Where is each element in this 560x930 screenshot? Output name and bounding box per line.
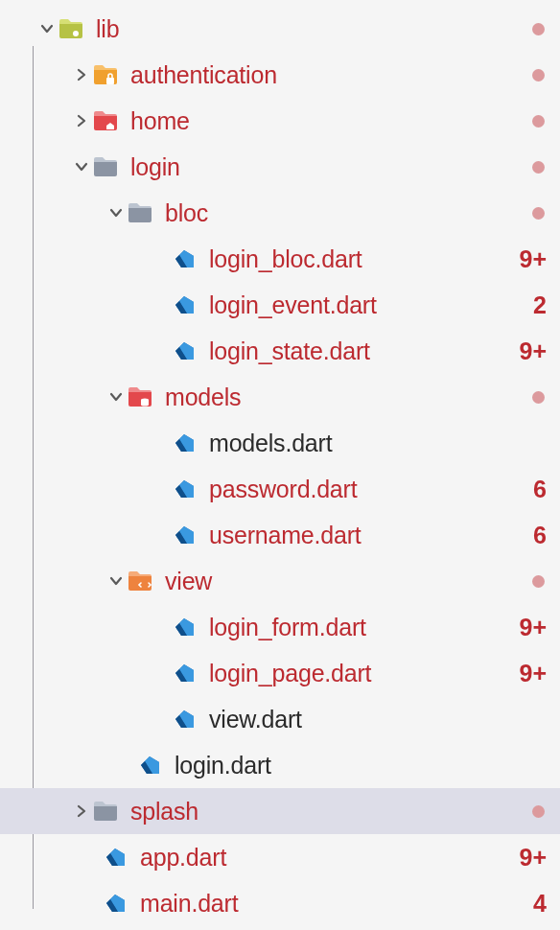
dart-file-icon [171,614,198,640]
tree-row[interactable]: app.dart9+ [0,834,560,880]
file-name: main.dart [140,890,238,918]
folder-icon [92,61,119,88]
tree-row[interactable]: lib [0,6,560,52]
dart-file-icon [171,476,198,502]
file-name: login [130,153,180,181]
tree-row[interactable]: view [0,558,560,604]
folder-icon [92,107,119,134]
file-name: login_page.dart [209,660,371,687]
tree-row[interactable]: login_page.dart9+ [0,650,560,696]
tree-row[interactable]: splash [0,788,560,834]
change-count-badge: 9+ [518,245,547,273]
tree-row[interactable]: home [0,98,560,144]
chevron-right-icon[interactable] [71,67,92,82]
modified-dot-icon [532,23,545,35]
file-name: login_event.dart [209,291,377,319]
chevron-down-icon[interactable] [36,21,58,36]
folder-icon [58,15,84,42]
file-name: home [130,107,190,135]
tree-row[interactable]: bloc [0,190,560,236]
file-name: login_form.dart [209,614,366,641]
tree-row[interactable]: models.dart [0,420,560,466]
tree-row[interactable]: view.dart [0,696,560,742]
folder-icon [127,199,153,226]
modified-dot-icon [532,805,545,818]
modified-dot-icon [532,391,545,404]
modified-dot-icon [532,69,545,81]
file-name: authentication [130,61,277,89]
tree-row[interactable]: username.dart6 [0,512,560,558]
change-count-badge: 9+ [518,337,547,365]
tree-row[interactable]: login_bloc.dart9+ [0,236,560,282]
dart-file-icon [171,245,198,272]
change-count-badge: 9+ [518,844,547,872]
change-count-badge: 4 [518,890,547,918]
folder-icon [127,384,153,410]
file-name: app.dart [140,844,226,872]
change-count-badge: 6 [518,522,547,549]
file-name: username.dart [209,522,362,549]
tree-row[interactable]: login_event.dart2 [0,282,560,328]
dart-file-icon [171,522,198,548]
change-count-badge: 2 [518,291,547,319]
file-name: splash [130,798,198,825]
tree-row[interactable]: authentication [0,52,560,98]
file-name: bloc [165,199,208,227]
dart-file-icon [171,660,198,686]
folder-icon [127,568,153,594]
file-name: password.dart [209,476,357,503]
tree-row[interactable]: login_state.dart9+ [0,328,560,374]
file-name: lib [96,15,119,43]
change-count-badge: 9+ [518,660,547,687]
file-name: models [165,384,241,411]
file-tree: lib authentication home login bloc login… [0,0,560,926]
file-name: models.dart [209,430,332,457]
change-count-badge: 6 [518,476,547,503]
chevron-down-icon[interactable] [105,573,127,589]
dart-file-icon [102,844,128,871]
modified-dot-icon [532,575,545,588]
tree-row[interactable]: login.dart [0,742,560,788]
file-name: view [165,568,212,595]
folder-icon [92,798,119,825]
dart-file-icon [102,890,128,917]
chevron-down-icon[interactable] [71,159,92,174]
tree-row[interactable]: models [0,374,560,420]
chevron-right-icon[interactable] [71,113,92,128]
file-name: login_bloc.dart [209,245,362,273]
file-name: login_state.dart [209,337,370,365]
dart-file-icon [171,706,198,732]
file-name: login.dart [175,752,271,779]
chevron-down-icon[interactable] [105,389,127,405]
tree-row[interactable]: login [0,144,560,190]
chevron-down-icon[interactable] [105,205,127,221]
svg-rect-1 [106,78,114,84]
change-count-badge: 9+ [518,614,547,641]
tree-row[interactable]: password.dart6 [0,466,560,512]
modified-dot-icon [532,207,545,220]
svg-point-0 [73,31,79,36]
tree-row[interactable]: main.dart4 [0,880,560,926]
dart-file-icon [136,752,163,779]
folder-icon [92,153,119,180]
dart-file-icon [171,430,198,456]
dart-file-icon [171,291,198,318]
file-name: view.dart [209,706,302,733]
chevron-right-icon[interactable] [71,803,92,819]
tree-row[interactable]: login_form.dart9+ [0,604,560,650]
modified-dot-icon [532,161,545,174]
dart-file-icon [171,337,198,364]
modified-dot-icon [532,115,545,128]
